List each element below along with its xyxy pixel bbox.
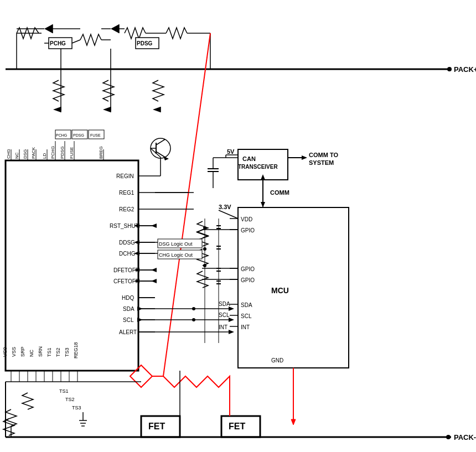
svg-rect-41 [6, 160, 138, 371]
svg-text:3.3V: 3.3V [219, 204, 231, 210]
svg-text:LD: LD [42, 153, 47, 159]
svg-text:NC: NC [14, 152, 19, 159]
svg-text:ALERT: ALERT [119, 329, 137, 335]
svg-text:CAN: CAN [242, 155, 256, 162]
svg-text:CHG: CHG [6, 149, 11, 159]
svg-text:FET: FET [229, 422, 245, 431]
svg-text:TS3: TS3 [72, 405, 81, 411]
svg-point-158 [203, 226, 206, 230]
schematic-canvas: PACK+ PCHG PDSG [0, 0, 476, 452]
svg-text:PACK-: PACK- [454, 433, 476, 441]
svg-text:TRANSCEIVER: TRANSCEIVER [238, 164, 278, 170]
svg-text:TS2: TS2 [65, 397, 75, 402]
svg-text:TS1: TS1 [59, 388, 69, 394]
svg-text:DSG Logic Out: DSG Logic Out [159, 241, 193, 247]
svg-text:RST_SHUT: RST_SHUT [110, 223, 139, 229]
svg-text:REG1: REG1 [119, 190, 134, 196]
svg-text:TS1: TS1 [46, 347, 52, 357]
svg-text:FET: FET [148, 422, 165, 431]
svg-text:GPIO: GPIO [241, 277, 255, 283]
svg-text:VDD: VDD [241, 216, 252, 222]
svg-text:SRN: SRN [38, 346, 43, 357]
svg-text:INT: INT [219, 324, 227, 330]
svg-text:INT: INT [241, 324, 250, 330]
svg-text:BREG: BREG [99, 146, 104, 159]
svg-text:SCL: SCL [123, 317, 134, 323]
svg-text:PCHG: PCHG [56, 133, 67, 137]
svg-point-183 [192, 318, 195, 321]
svg-text:REG18: REG18 [73, 342, 79, 359]
svg-text:HDQ: HDQ [122, 295, 134, 301]
svg-text:TS2: TS2 [55, 347, 61, 357]
svg-text:FUSE: FUSE [90, 133, 101, 137]
svg-text:5V: 5V [227, 148, 235, 155]
svg-text:COMM TO: COMM TO [309, 152, 338, 158]
svg-text:GPIO: GPIO [241, 266, 255, 272]
svg-text:REG2: REG2 [119, 206, 134, 212]
svg-text:MCU: MCU [271, 286, 289, 295]
svg-point-159 [203, 247, 206, 251]
svg-text:VC0: VC0 [2, 347, 8, 357]
svg-text:PDSG: PDSG [73, 133, 84, 137]
svg-text:SRP: SRP [20, 346, 25, 357]
svg-point-2 [447, 67, 452, 71]
svg-text:FUSE: FUSE [69, 147, 74, 159]
svg-text:SDA: SDA [123, 306, 134, 312]
svg-text:COMM: COMM [270, 189, 289, 196]
svg-text:GND: GND [271, 357, 283, 363]
svg-text:DDSG: DDSG [119, 240, 135, 246]
svg-text:TS3: TS3 [64, 347, 70, 357]
svg-text:NC: NC [29, 350, 34, 357]
svg-text:PACK+: PACK+ [454, 65, 476, 74]
svg-text:VSS: VSS [11, 347, 17, 357]
svg-text:SDA: SDA [241, 302, 252, 308]
svg-text:DSG: DSG [23, 149, 28, 159]
svg-point-178 [192, 307, 195, 310]
svg-text:PDSG: PDSG [60, 146, 65, 159]
svg-text:PCHG: PCHG [50, 146, 55, 159]
svg-text:GPIO: GPIO [241, 227, 255, 233]
svg-text:SDA: SDA [219, 301, 230, 307]
svg-text:PACK: PACK [31, 147, 36, 159]
svg-text:CHG Logic Out: CHG Logic Out [159, 252, 193, 258]
svg-text:DCHG: DCHG [119, 251, 136, 257]
svg-text:PCHG: PCHG [50, 40, 66, 46]
svg-text:SCL: SCL [241, 313, 252, 319]
svg-text:PDSG: PDSG [137, 40, 153, 46]
svg-point-160 [203, 264, 206, 267]
svg-text:SCL: SCL [219, 312, 230, 318]
svg-text:REGIN: REGIN [116, 173, 134, 179]
svg-text:SYSTEM: SYSTEM [309, 159, 334, 166]
